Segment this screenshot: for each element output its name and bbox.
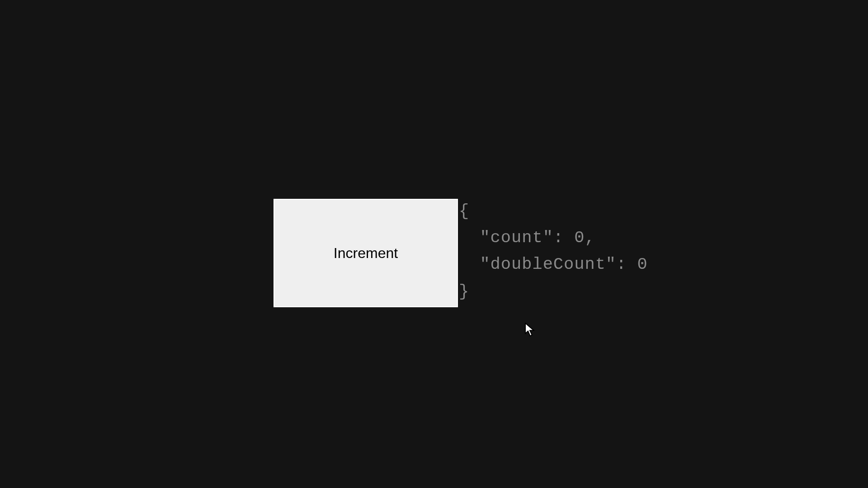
- mouse-cursor-icon: [524, 323, 537, 337]
- state-json-output: { "count": 0, "doubleCount": 0 }: [459, 198, 648, 305]
- increment-button[interactable]: Increment: [274, 199, 458, 307]
- demo-container: Increment { "count": 0, "doubleCount": 0…: [274, 199, 648, 307]
